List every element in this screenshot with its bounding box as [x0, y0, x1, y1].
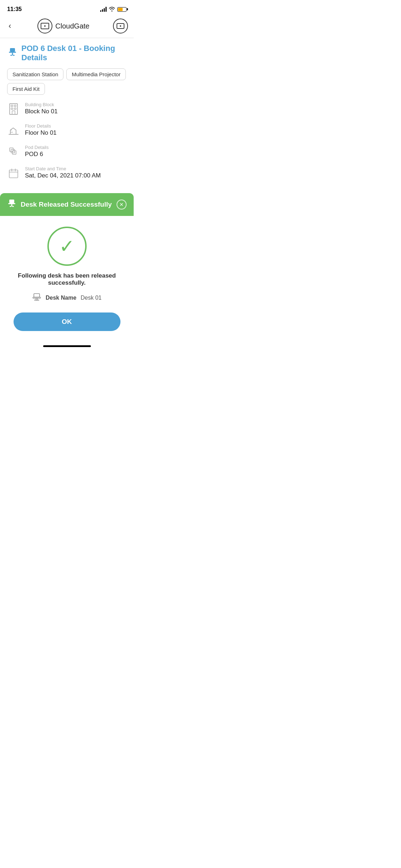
status-bar: 11:35 [0, 0, 134, 16]
banner-left: Desk Released Successfully [7, 199, 112, 210]
svg-rect-18 [10, 206, 11, 207]
logo-dot [44, 25, 46, 27]
home-indicator [43, 345, 91, 347]
floor-detail-row: Floor Details Floor No 01 [7, 123, 127, 137]
nav-bar: ‹ CloudGate [0, 16, 134, 38]
close-icon: ✕ [119, 202, 124, 207]
svg-rect-9 [14, 108, 16, 109]
svg-rect-3 [10, 55, 12, 56]
success-circle: ✓ [47, 227, 87, 266]
svg-rect-0 [10, 48, 15, 52]
svg-rect-17 [11, 204, 12, 206]
battery-icon [117, 7, 127, 12]
desk-name-value: Desk 01 [81, 295, 102, 301]
floor-value: Floor No 01 [25, 129, 57, 136]
menu-button[interactable] [113, 19, 128, 33]
svg-rect-5 [10, 104, 17, 114]
desk-info-icon [32, 293, 41, 303]
checkmark-icon: ✓ [59, 237, 75, 255]
back-button[interactable]: ‹ [6, 20, 14, 32]
svg-rect-10 [12, 111, 15, 114]
building-detail-row: Building Block Block No 01 [7, 102, 127, 115]
desk-chair-icon [7, 47, 18, 60]
success-banner: Desk Released Successfully ✕ [0, 193, 134, 216]
signal-icon [100, 7, 107, 12]
pod-content: Pod Details POD 6 [25, 145, 48, 158]
svg-rect-12 [11, 149, 15, 153]
tags-row: Sanitization Station Multimedia Projecto… [7, 68, 127, 95]
svg-rect-1 [9, 52, 16, 53]
banner-close-button[interactable]: ✕ [117, 200, 127, 210]
banner-desk-icon [7, 199, 16, 210]
svg-rect-14 [9, 170, 18, 178]
desk-info-row: Desk Name Desk 01 [32, 293, 102, 303]
floor-label: Floor Details [25, 123, 57, 129]
logo-circle [37, 19, 52, 33]
wifi-icon [109, 6, 115, 12]
page-content: POD 6 Desk 01 - Booking Details Sanitiza… [0, 38, 134, 193]
svg-rect-7 [14, 105, 16, 107]
logo-inner [41, 23, 49, 29]
banner-text: Desk Released Successfully [21, 201, 112, 208]
datetime-label: Start Date and Time [25, 166, 101, 171]
svg-rect-6 [11, 105, 13, 107]
svg-rect-4 [13, 55, 15, 56]
ok-button[interactable]: OK [14, 312, 120, 331]
svg-rect-15 [9, 200, 14, 203]
tag-first-aid: First Aid Kit [7, 83, 45, 95]
pod-icon [7, 145, 20, 158]
ok-button-label: OK [62, 318, 72, 326]
svg-rect-16 [8, 203, 15, 204]
floor-content: Floor Details Floor No 01 [25, 123, 57, 136]
svg-rect-8 [11, 108, 13, 109]
datetime-detail-row: Start Date and Time Sat, Dec 04, 2021 07… [7, 166, 127, 180]
menu-dot [120, 25, 121, 27]
building-icon [7, 103, 20, 115]
svg-rect-20 [34, 294, 40, 297]
calendar-icon [7, 167, 20, 180]
page-title: POD 6 Desk 01 - Booking Details [21, 44, 127, 63]
success-message: Following desk has been released success… [7, 272, 127, 286]
desk-name-label: Desk Name [46, 295, 76, 301]
svg-rect-19 [12, 206, 14, 207]
pod-label: Pod Details [25, 145, 48, 150]
tag-projector: Multimedia Projector [66, 68, 126, 80]
svg-rect-2 [12, 53, 13, 55]
datetime-value: Sat, Dec 04, 2021 07:00 AM [25, 172, 101, 179]
building-label: Building Block [25, 102, 58, 107]
status-time: 11:35 [7, 6, 22, 12]
datetime-content: Start Date and Time Sat, Dec 04, 2021 07… [25, 166, 101, 179]
pod-value: POD 6 [25, 151, 48, 158]
status-icons [100, 6, 127, 12]
page-title-row: POD 6 Desk 01 - Booking Details [7, 44, 127, 63]
nav-logo: CloudGate [37, 19, 89, 33]
menu-icon [117, 23, 124, 29]
success-area: ✓ Following desk has been released succe… [0, 216, 134, 338]
tag-sanitization: Sanitization Station [7, 68, 63, 80]
building-value: Block No 01 [25, 108, 58, 115]
floor-icon [7, 124, 20, 137]
pod-detail-row: Pod Details POD 6 [7, 145, 127, 158]
building-content: Building Block Block No 01 [25, 102, 58, 115]
app-name: CloudGate [55, 22, 89, 30]
